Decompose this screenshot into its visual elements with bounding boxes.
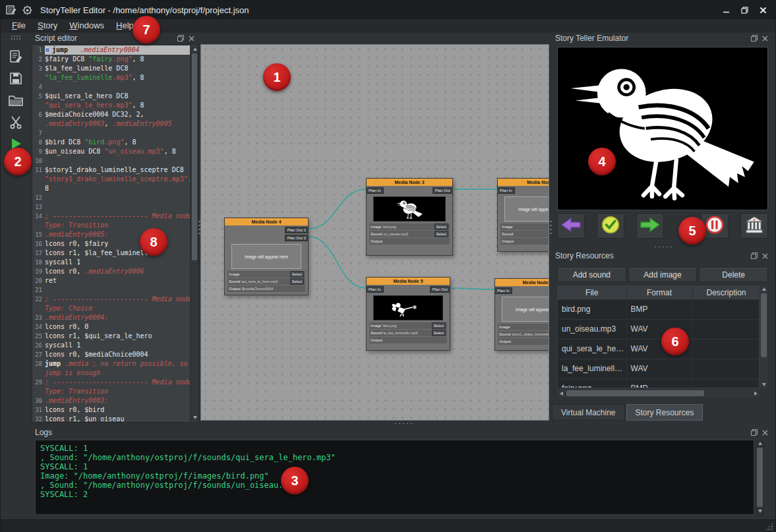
titlebar[interactable]: StoryTeller Editor - /home/anthony/ostpr… [1,1,775,19]
editor-line[interactable]: 19lcons r0, .mediaEntry0006 [32,267,190,276]
editor-line[interactable]: 20ret [32,276,190,285]
column-header-format[interactable]: Format [626,286,692,299]
scroll-up-arrow[interactable] [760,285,768,293]
select-button[interactable]: Select [290,278,304,285]
cut-button[interactable] [5,113,26,133]
close-panel-icon[interactable] [187,34,196,43]
editor-line[interactable]: 25lcons r1, $qui_sera_le_hero [32,332,190,341]
editor-line[interactable]: "la_fee_luminelle.mp3", 8 [32,73,190,82]
table-row[interactable]: qui_sera_le_hero.mp3WAV [558,339,760,359]
editor-line[interactable]: 24lcons r0, 0 [32,322,190,332]
logs-scrollbar[interactable] [756,440,764,515]
close-button[interactable] [754,3,771,17]
editor-line[interactable]: 8$bird DC8 "bird.png", 8 [32,138,190,147]
column-header-file[interactable]: File [558,286,626,299]
menu-windows[interactable]: Windows [63,19,110,32]
editor-line[interactable]: 21 [32,285,190,295]
node-graph-canvas[interactable]: Media Node 4Plan Out 1Plan Out 2Image wi… [200,44,549,421]
editor-line[interactable]: 22; ------------------------ Media node [32,295,190,304]
input-port[interactable]: Plan In [495,287,512,294]
editor-line[interactable]: 5$qui_sera_le_hero DC8 [32,92,190,101]
media-node[interactable]: Media Node 6Plan InImage will appear her… [494,278,549,351]
resources-table[interactable]: FileFormatDescriptionbird.pngBMPun_oisea… [557,285,760,388]
tab-virtual-machine[interactable]: Virtual Machine [552,404,625,421]
editor-line[interactable]: 4 [32,82,190,92]
scroll-thumb[interactable] [192,53,197,260]
editor-line[interactable]: 18syscall 1 [32,258,190,267]
float-panel-icon[interactable] [750,252,759,260]
splitter-handle[interactable] [653,245,672,249]
editor-line[interactable]: 7 [32,129,190,138]
select-button[interactable]: Select [290,271,304,278]
open-button[interactable] [5,92,26,111]
editor-line[interactable]: jump is enough [32,369,190,378]
toolbar-drag-handle[interactable] [11,35,21,40]
output-port[interactable]: Plan Out [430,286,450,293]
table-row[interactable]: fairy.pngBMP [558,378,760,388]
table-vertical-scrollbar[interactable] [760,285,768,388]
input-port[interactable]: Plan In [367,286,384,293]
select-button[interactable]: Select [434,223,448,230]
output-port[interactable]: Plan Out [433,187,452,194]
previous-button[interactable] [557,214,585,239]
minimize-button[interactable] [717,3,734,17]
table-row[interactable]: un_oiseau.mp3WAV [558,319,760,339]
table-horizontal-scrollbar[interactable] [557,389,760,398]
scroll-down-arrow[interactable] [191,414,199,421]
editor-line[interactable]: 11$story1_drako_luminelle_sceptre DC8 [32,165,190,175]
table-row[interactable]: la_fee_luminelle.mp3WAV [558,359,760,378]
editor-line[interactable]: Type: Transition [32,387,190,396]
home-button[interactable] [740,214,768,239]
editor-line[interactable]: Type: Choice [32,304,190,313]
editor-line[interactable]: Type: Transition [32,221,190,230]
editor-line[interactable]: 6$mediaChoice0004 DC32, 2, [32,110,190,119]
scroll-up-arrow[interactable] [756,440,764,447]
media-node[interactable]: Media Node 5Plan InPlan OutImagefairy.pn… [366,277,450,351]
scroll-down-arrow[interactable] [760,381,768,388]
select-button[interactable]: Select [434,231,448,237]
editor-line[interactable]: 10 [32,156,190,165]
float-panel-icon[interactable] [750,34,759,43]
input-port[interactable]: Plan In [367,187,384,194]
editor-line[interactable]: 32lcons r1, $un_oiseau [32,415,190,422]
table-row[interactable]: bird.pngBMP [558,299,760,319]
editor-line[interactable]: 23.mediaEntry0004: [32,313,190,322]
select-button[interactable]: Select [432,330,446,336]
tab-story-resources[interactable]: Story Resources [626,404,703,421]
editor-line[interactable]: "qui_sera_le_hero.mp3", 8 [32,101,190,110]
validate-button[interactable] [597,214,624,239]
script-editor[interactable]: 1jump .mediaEntry00042$fairy DC8 "fairy.… [32,44,199,423]
scroll-down-arrow[interactable] [756,508,764,515]
editor-line[interactable]: "story1_drako_luminelle_sceptre.mp3", [32,175,190,184]
media-node[interactable]: Media Node 3Plan InPlan OutImagebird.png… [366,178,453,256]
scroll-thumb[interactable] [566,390,704,396]
save-button[interactable] [5,70,26,90]
maximize-button[interactable] [736,3,753,17]
editor-line[interactable]: 26syscall 1 [32,341,190,350]
scroll-thumb[interactable] [757,448,763,507]
editor-line[interactable]: 12 [32,193,190,202]
float-panel-icon[interactable] [176,34,185,43]
editor-line[interactable]: 8 [32,184,190,193]
editor-line[interactable]: .mediaEntry0003, .mediaEntry0005 [32,119,190,129]
editor-line[interactable]: 2$fairy DC8 "fairy.png", 8 [32,55,190,64]
scroll-left-arrow[interactable] [557,390,565,397]
new-script-button[interactable] [5,48,26,68]
column-header-description[interactable]: Description [692,286,760,299]
add-image-button[interactable]: Add image [628,267,698,282]
next-button[interactable] [636,214,664,239]
editor-line[interactable]: 14; ------------------------ Media node [32,212,190,221]
menu-file[interactable]: File [6,19,32,32]
close-panel-icon[interactable] [760,252,769,260]
output-port[interactable]: Plan Out 2 [285,235,308,241]
editor-line[interactable]: 31lcons r0, $bird [32,405,190,415]
close-panel-icon[interactable] [760,34,769,43]
float-panel-icon[interactable] [750,429,759,437]
editor-line[interactable]: 1jump .mediaEntry0004 [32,45,190,55]
editor-line[interactable]: 29; ------------------------ Media node [32,378,190,387]
splitter-handle[interactable] [198,220,201,237]
editor-line[interactable]: 27lcons r0, $mediaChoice0004 [32,350,190,359]
select-button[interactable]: Select [432,322,446,329]
scroll-right-arrow[interactable] [752,390,760,397]
output-port[interactable]: Plan Out 1 [285,227,308,233]
